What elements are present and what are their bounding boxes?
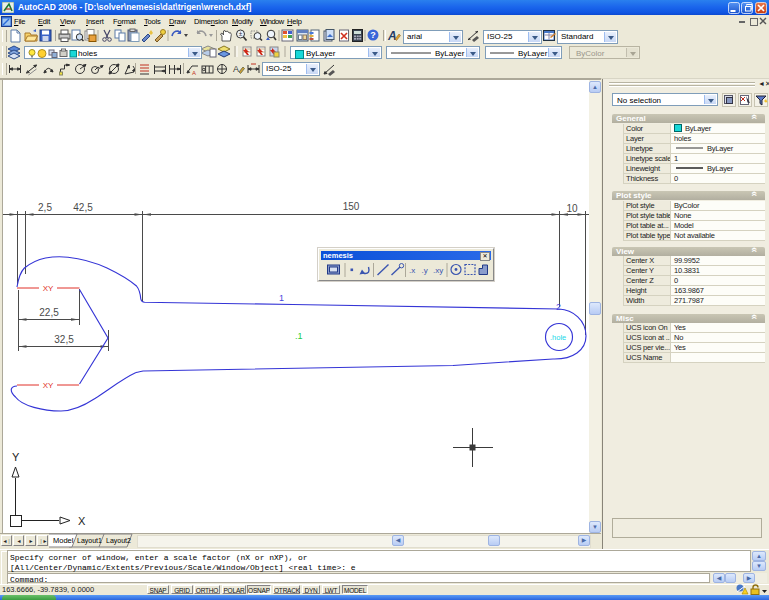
svg-text:A: A: [387, 29, 397, 43]
svg-text:X: X: [78, 515, 86, 527]
svg-text:2,5: 2,5: [38, 202, 52, 213]
svg-text:42,5: 42,5: [73, 202, 93, 213]
svg-text:22,5: 22,5: [39, 307, 59, 318]
svg-text:?: ?: [370, 30, 376, 40]
svg-text:.1: .1: [295, 331, 303, 341]
svg-text:XY: XY: [43, 381, 54, 390]
svg-text:Model: Model: [53, 536, 74, 545]
svg-text:Y: Y: [12, 451, 20, 463]
svg-text:.hole: .hole: [550, 333, 566, 342]
svg-text:±: ±: [239, 30, 243, 37]
svg-text:Layout1: Layout1: [77, 537, 102, 545]
svg-text:Layout2: Layout2: [106, 537, 131, 545]
svg-text:1: 1: [279, 293, 284, 303]
svg-text:.x: .x: [409, 266, 415, 275]
svg-text:.xy: .xy: [433, 266, 443, 275]
svg-text:150: 150: [343, 201, 360, 212]
svg-text:32,5: 32,5: [54, 334, 74, 345]
svg-text:10: 10: [566, 203, 578, 214]
svg-text:2: 2: [556, 302, 561, 312]
svg-text:A: A: [233, 64, 239, 74]
svg-text:A: A: [192, 70, 196, 76]
svg-text:.y: .y: [422, 266, 428, 275]
svg-text:XY: XY: [43, 284, 54, 293]
